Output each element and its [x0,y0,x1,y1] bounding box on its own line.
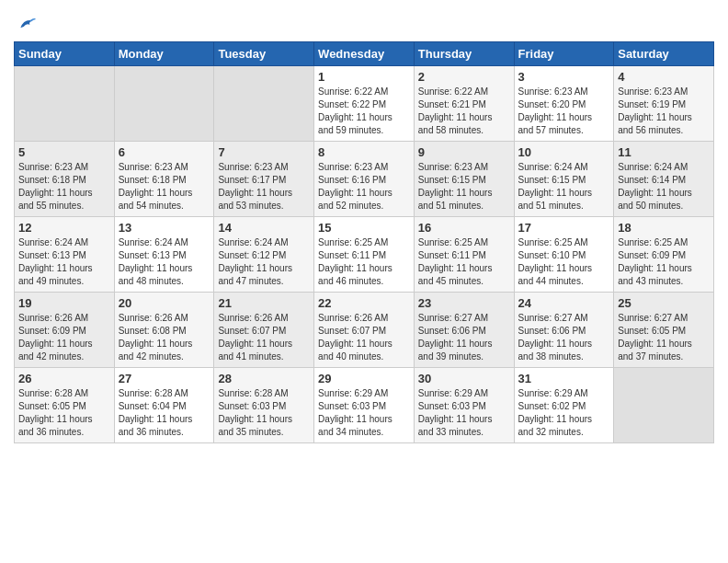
weekday-header-saturday: Saturday [614,42,714,66]
calendar-cell: 8Sunrise: 6:23 AMSunset: 6:16 PMDaylight… [314,142,415,217]
calendar-cell: 7Sunrise: 6:23 AMSunset: 6:17 PMDaylight… [214,142,314,217]
day-number: 31 [518,372,610,385]
calendar-cell: 15Sunrise: 6:25 AMSunset: 6:11 PMDayligh… [314,217,415,293]
day-info: Sunrise: 6:27 AMSunset: 6:06 PMDaylight:… [418,312,510,363]
weekday-header-row: SundayMondayTuesdayWednesdayThursdayFrid… [15,42,714,66]
day-info: Sunrise: 6:29 AMSunset: 6:03 PMDaylight:… [418,387,510,439]
day-info: Sunrise: 6:25 AMSunset: 6:11 PMDaylight:… [418,236,510,288]
calendar-cell [214,66,314,142]
weekday-header-friday: Friday [514,42,614,66]
day-info: Sunrise: 6:26 AMSunset: 6:08 PMDaylight:… [119,312,210,363]
day-info: Sunrise: 6:29 AMSunset: 6:03 PMDaylight:… [318,387,410,439]
day-info: Sunrise: 6:23 AMSunset: 6:20 PMDaylight:… [518,86,610,137]
day-number: 26 [18,372,110,385]
day-info: Sunrise: 6:23 AMSunset: 6:16 PMDaylight:… [318,161,410,213]
day-info: Sunrise: 6:26 AMSunset: 6:07 PMDaylight:… [218,312,310,363]
calendar-cell: 18Sunrise: 6:25 AMSunset: 6:09 PMDayligh… [614,217,714,293]
calendar-week-row: 26Sunrise: 6:28 AMSunset: 6:05 PMDayligh… [15,368,714,443]
day-info: Sunrise: 6:26 AMSunset: 6:09 PMDaylight:… [18,312,110,363]
day-number: 22 [318,296,410,310]
calendar-week-row: 19Sunrise: 6:26 AMSunset: 6:09 PMDayligh… [15,293,714,368]
day-number: 4 [618,70,710,84]
calendar-cell: 13Sunrise: 6:24 AMSunset: 6:13 PMDayligh… [114,217,214,293]
calendar-cell: 29Sunrise: 6:29 AMSunset: 6:03 PMDayligh… [314,368,415,443]
day-number: 12 [18,221,110,235]
day-number: 28 [218,372,310,385]
day-number: 5 [18,145,110,159]
calendar-cell: 26Sunrise: 6:28 AMSunset: 6:05 PMDayligh… [15,368,115,443]
day-info: Sunrise: 6:24 AMSunset: 6:14 PMDaylight:… [618,161,710,213]
day-number: 11 [618,145,710,159]
day-number: 16 [418,221,510,235]
calendar-week-row: 1Sunrise: 6:22 AMSunset: 6:22 PMDaylight… [15,66,714,142]
day-info: Sunrise: 6:28 AMSunset: 6:05 PMDaylight:… [18,387,110,439]
day-number: 2 [418,70,510,84]
day-number: 20 [119,296,210,310]
day-number: 30 [418,372,510,385]
weekday-header-monday: Monday [114,42,214,66]
day-number: 19 [18,296,110,310]
calendar-cell: 5Sunrise: 6:23 AMSunset: 6:18 PMDaylight… [15,142,115,217]
day-info: Sunrise: 6:24 AMSunset: 6:13 PMDaylight:… [119,236,210,288]
day-number: 13 [119,221,210,235]
day-info: Sunrise: 6:28 AMSunset: 6:04 PMDaylight:… [119,387,210,439]
calendar-cell: 17Sunrise: 6:25 AMSunset: 6:10 PMDayligh… [514,217,614,293]
calendar-cell: 28Sunrise: 6:28 AMSunset: 6:03 PMDayligh… [214,368,314,443]
day-number: 7 [218,145,310,159]
day-number: 27 [119,372,210,385]
day-number: 14 [218,221,310,235]
calendar-cell: 6Sunrise: 6:23 AMSunset: 6:18 PMDaylight… [114,142,214,217]
day-number: 29 [318,372,410,385]
page-header [14,9,714,34]
calendar-cell [114,66,214,142]
logo [14,14,36,34]
day-info: Sunrise: 6:23 AMSunset: 6:17 PMDaylight:… [218,161,310,213]
day-info: Sunrise: 6:23 AMSunset: 6:18 PMDaylight:… [119,161,210,213]
weekday-header-wednesday: Wednesday [314,42,415,66]
day-number: 24 [518,296,610,310]
calendar-cell: 23Sunrise: 6:27 AMSunset: 6:06 PMDayligh… [414,293,514,368]
calendar-cell: 24Sunrise: 6:27 AMSunset: 6:06 PMDayligh… [514,293,614,368]
calendar-cell: 2Sunrise: 6:22 AMSunset: 6:21 PMDaylight… [414,66,514,142]
calendar-week-row: 12Sunrise: 6:24 AMSunset: 6:13 PMDayligh… [15,217,714,293]
weekday-header-sunday: Sunday [15,42,115,66]
day-info: Sunrise: 6:26 AMSunset: 6:07 PMDaylight:… [318,312,410,363]
calendar-cell: 3Sunrise: 6:23 AMSunset: 6:20 PMDaylight… [514,66,614,142]
calendar-cell: 31Sunrise: 6:29 AMSunset: 6:02 PMDayligh… [514,368,614,443]
weekday-header-tuesday: Tuesday [214,42,314,66]
calendar-cell [614,368,714,443]
day-info: Sunrise: 6:23 AMSunset: 6:18 PMDaylight:… [18,161,110,213]
day-info: Sunrise: 6:23 AMSunset: 6:15 PMDaylight:… [418,161,510,213]
day-number: 25 [618,296,710,310]
day-number: 1 [318,70,410,84]
day-number: 3 [518,70,610,84]
day-number: 10 [518,145,610,159]
calendar-cell: 16Sunrise: 6:25 AMSunset: 6:11 PMDayligh… [414,217,514,293]
day-info: Sunrise: 6:27 AMSunset: 6:05 PMDaylight:… [618,312,710,363]
calendar-cell: 4Sunrise: 6:23 AMSunset: 6:19 PMDaylight… [614,66,714,142]
day-number: 8 [318,145,410,159]
day-info: Sunrise: 6:25 AMSunset: 6:11 PMDaylight:… [318,236,410,288]
day-info: Sunrise: 6:22 AMSunset: 6:22 PMDaylight:… [318,86,410,137]
logo-bird-icon [17,16,36,34]
calendar-cell: 20Sunrise: 6:26 AMSunset: 6:08 PMDayligh… [114,293,214,368]
calendar-cell: 21Sunrise: 6:26 AMSunset: 6:07 PMDayligh… [214,293,314,368]
day-number: 23 [418,296,510,310]
day-info: Sunrise: 6:25 AMSunset: 6:10 PMDaylight:… [518,236,610,288]
day-info: Sunrise: 6:23 AMSunset: 6:19 PMDaylight:… [618,86,710,137]
calendar-cell: 10Sunrise: 6:24 AMSunset: 6:15 PMDayligh… [514,142,614,217]
day-info: Sunrise: 6:24 AMSunset: 6:15 PMDaylight:… [518,161,610,213]
calendar-table: SundayMondayTuesdayWednesdayThursdayFrid… [14,41,714,443]
day-number: 21 [218,296,310,310]
calendar-cell: 14Sunrise: 6:24 AMSunset: 6:12 PMDayligh… [214,217,314,293]
day-info: Sunrise: 6:24 AMSunset: 6:12 PMDaylight:… [218,236,310,288]
calendar-cell: 30Sunrise: 6:29 AMSunset: 6:03 PMDayligh… [414,368,514,443]
day-number: 15 [318,221,410,235]
day-info: Sunrise: 6:22 AMSunset: 6:21 PMDaylight:… [418,86,510,137]
day-info: Sunrise: 6:27 AMSunset: 6:06 PMDaylight:… [518,312,610,363]
calendar-cell: 12Sunrise: 6:24 AMSunset: 6:13 PMDayligh… [15,217,115,293]
weekday-header-thursday: Thursday [414,42,514,66]
calendar-cell: 1Sunrise: 6:22 AMSunset: 6:22 PMDaylight… [314,66,415,142]
calendar-cell: 25Sunrise: 6:27 AMSunset: 6:05 PMDayligh… [614,293,714,368]
calendar-week-row: 5Sunrise: 6:23 AMSunset: 6:18 PMDaylight… [15,142,714,217]
